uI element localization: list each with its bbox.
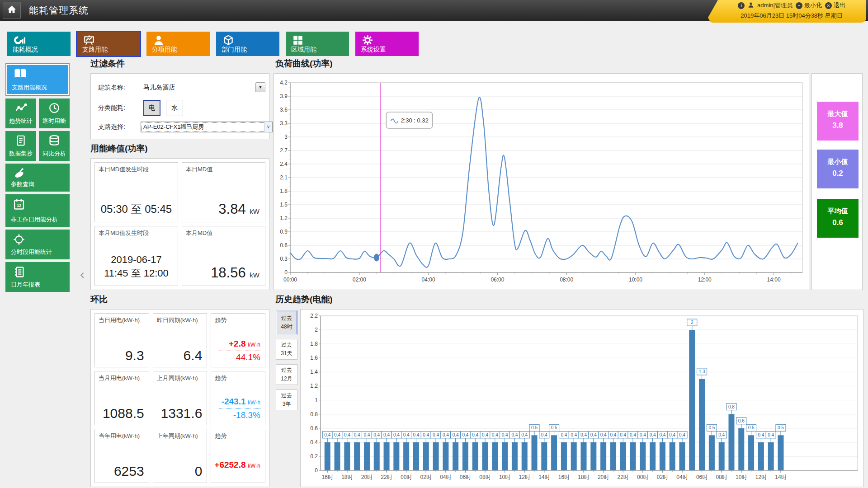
energy-type-water-button[interactable]: 水 [166, 100, 183, 116]
sidebar-item-data-collection[interactable]: 数据集抄 [5, 131, 36, 161]
svg-text:0.4: 0.4 [423, 432, 429, 437]
branch-select-label: 支路选择: [98, 123, 137, 131]
sidebar-item-hourly-energy[interactable]: 逐时用能 [39, 99, 70, 128]
svg-text:0.4: 0.4 [492, 432, 498, 437]
svg-text:2:30 : 0.32: 2:30 : 0.32 [401, 117, 428, 124]
svg-text:0.5: 0.5 [708, 425, 715, 430]
svg-text:0.4: 0.4 [650, 432, 656, 437]
peak-panel: 本日MD值发生时段 05:30 至 05:45 本日MD值 3.84 kW 本月… [90, 158, 269, 290]
nav-item-energy-overview[interactable]: 能耗概况 [7, 32, 71, 56]
svg-text:3.9: 3.9 [280, 93, 288, 99]
md-month-period-card: 本月MD值发生时段 2019-06-1711:45 至 12:00 [94, 226, 178, 286]
session-ribbon: i admin|管理员 − 最小化 ✕ 退出 2019年06月23日 15时04… [708, 0, 866, 23]
svg-text:0.4: 0.4 [580, 432, 587, 437]
tab-past-48h[interactable]: 过去48时 [276, 310, 297, 335]
svg-text:2: 2 [691, 320, 693, 325]
tab-past-12m[interactable]: 过去12月 [276, 364, 297, 385]
svg-text:14时: 14时 [538, 474, 550, 480]
chevron-down-icon: ∨ [264, 122, 272, 132]
svg-text:0.2: 0.2 [310, 453, 318, 460]
svg-text:0.4: 0.4 [334, 432, 340, 437]
energy-dashboard: 能耗管理系统 i admin|管理员 − 最小化 ✕ 退出 2019年06月23… [0, 0, 868, 488]
nav-item-branch-energy[interactable]: 支路用能 [77, 32, 140, 56]
svg-text:0: 0 [315, 467, 318, 474]
energy-type-electric-button[interactable]: 电 [143, 100, 160, 116]
svg-text:0.4: 0.4 [354, 432, 360, 437]
nav-item-department-energy[interactable]: 部门用能 [216, 32, 279, 56]
md-month-value-card: 本月MD值 18.56 kW [182, 226, 265, 286]
svg-text:1.8: 1.8 [310, 341, 318, 347]
sidebar-item-yoy-analysis[interactable]: 同比分析 [39, 131, 70, 161]
svg-text:04:00: 04:00 [422, 277, 435, 283]
logout-button[interactable]: ✕ 退出 [825, 1, 845, 9]
sidebar-item-parameter-query[interactable]: 参数查询 [5, 164, 70, 192]
svg-text:0.4: 0.4 [324, 432, 330, 437]
svg-text:0.4: 0.4 [403, 432, 410, 437]
max-value-box: 最大值3.8 [817, 102, 859, 141]
topbar: 能耗管理系统 i admin|管理员 − 最小化 ✕ 退出 2019年06月23… [0, 0, 868, 21]
svg-text:10:00: 10:00 [629, 277, 642, 283]
svg-text:22时: 22时 [618, 474, 629, 480]
minimize-icon: − [796, 2, 802, 9]
svg-text:0.4: 0.4 [521, 432, 528, 437]
svg-text:0.4: 0.4 [600, 432, 607, 437]
svg-text:0.6: 0.6 [310, 425, 318, 432]
svg-text:18时: 18时 [341, 474, 353, 480]
svg-text:0.4: 0.4 [393, 432, 400, 437]
home-button[interactable] [3, 2, 21, 19]
sidebar-item-branch-overview[interactable]: 支路用能概况 [5, 63, 70, 96]
history-heading: 历史趋势(电能) [275, 294, 333, 305]
home-icon [6, 4, 17, 17]
svg-text:0.4: 0.4 [472, 432, 478, 437]
svg-text:06时: 06时 [696, 474, 708, 480]
branch-select[interactable]: AP-E02-CFX1福马厨房 ∨ [141, 122, 273, 132]
svg-text:0.4: 0.4 [768, 432, 774, 437]
tab-past-31d[interactable]: 过去31天 [276, 339, 297, 360]
svg-text:0.4: 0.4 [610, 432, 616, 437]
svg-text:12时: 12时 [755, 474, 767, 480]
month-usage-card: 当月用电(kW·h)1088.5 [94, 371, 149, 425]
nav-item-system-settings[interactable]: 系统设置 [355, 32, 419, 56]
sidebar-item-period-stats[interactable]: 分时段用能统计 [5, 230, 70, 259]
svg-text:2.4: 2.4 [280, 161, 288, 167]
month-trend-card: 趋势 -243.1 kW·h -18.3% [211, 371, 265, 425]
svg-text:10时: 10时 [736, 474, 747, 480]
huanbi-heading: 环比 [90, 294, 108, 305]
svg-text:0.3: 0.3 [280, 256, 288, 262]
svg-text:1.4: 1.4 [310, 369, 318, 375]
svg-text:0.8: 0.8 [310, 411, 318, 418]
load-curve-chart[interactable]: 00.30.60.91.21.51.82.12.42.733.33.63.94.… [274, 73, 809, 290]
avg-value-box: 平均值0.6 [817, 199, 859, 238]
minimize-button[interactable]: − 最小化 [796, 1, 822, 9]
info-icon[interactable]: i [738, 2, 745, 9]
svg-text:04时: 04时 [440, 474, 451, 480]
nav-item-subitem-energy[interactable]: 分项用能 [146, 32, 210, 56]
building-label: 建筑名称: [98, 84, 137, 92]
svg-text:20时: 20时 [598, 474, 609, 480]
svg-text:0.4: 0.4 [310, 439, 318, 446]
svg-text:22时: 22时 [381, 474, 392, 480]
filter-heading: 过滤条件 [90, 58, 125, 70]
sidebar-collapse-handle[interactable]: ‹ [76, 266, 89, 284]
svg-text:00时: 00时 [637, 474, 648, 480]
svg-text:0.6: 0.6 [738, 418, 745, 423]
sidebar-item-trend-stats[interactable]: 趋势统计 [5, 99, 36, 128]
svg-text:14:00: 14:00 [767, 277, 781, 283]
satellite-dish-icon [13, 167, 25, 181]
history-bar-chart[interactable]: 00.20.40.60.811.21.41.61.822.20.416时0.40… [300, 309, 863, 487]
min-value-box: 最小值0.2 [817, 150, 859, 188]
svg-text:0.4: 0.4 [718, 432, 725, 437]
building-dropdown-button[interactable]: ▼ [255, 82, 265, 92]
svg-text:0.4: 0.4 [640, 432, 646, 437]
nav-item-area-energy[interactable]: 区域用能 [286, 32, 349, 56]
tab-past-3y[interactable]: 过去3年 [276, 389, 297, 410]
svg-text:1.6: 1.6 [310, 355, 318, 361]
sidebar-item-reports[interactable]: 日月年报表 [5, 262, 70, 292]
svg-text:14时: 14时 [775, 474, 786, 480]
year-trend-card: 趋势 +6252.8 kW·h [211, 429, 265, 483]
svg-text:1.8: 1.8 [280, 188, 288, 194]
svg-text:10时: 10时 [499, 474, 510, 480]
svg-text:1: 1 [315, 397, 318, 404]
svg-text:0.4: 0.4 [758, 432, 764, 437]
sidebar-item-nonworkday-analysis[interactable]: 12 非工作日用能分析 [5, 194, 70, 227]
